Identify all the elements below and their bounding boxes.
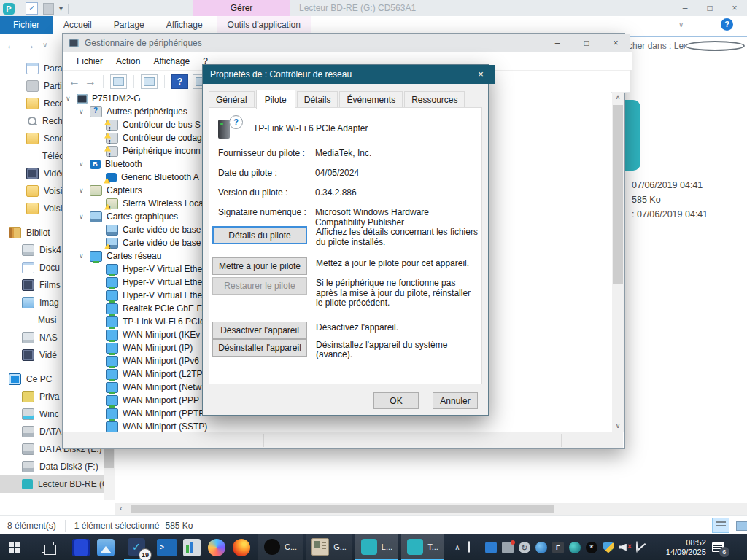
ribbon-collapse-icon[interactable]: ∨ [678, 20, 684, 28]
taskbar-window-button[interactable]: C... [258, 534, 303, 560]
scroll-up-icon[interactable]: ∧ [612, 92, 624, 103]
driver-action-button[interactable]: Désactiver l'appareil [212, 322, 307, 339]
volume-muted-icon[interactable]: × [619, 542, 631, 553]
photos-button[interactable] [93, 534, 118, 560]
location-tray-icon[interactable] [502, 542, 514, 553]
scroll-left-icon[interactable]: ‹ [120, 504, 123, 513]
device-icon [106, 316, 118, 327]
start-button[interactable] [0, 534, 29, 560]
driver-button-description: Désactivez l'appareil. [316, 322, 478, 333]
dialog-tab[interactable]: Général [209, 91, 255, 108]
update-tray-icon[interactable] [535, 542, 547, 553]
dialog-tab[interactable]: Détails [297, 91, 338, 108]
powershell-button[interactable]: >_ [155, 534, 179, 560]
tree-expander-icon[interactable]: ∨ [79, 252, 90, 260]
dm-maximize-button[interactable]: □ [572, 34, 601, 52]
taskbar-window-button[interactable]: T... [401, 534, 444, 560]
sidebar-item[interactable]: Lecteur BD-RE (G: ∨ [0, 499, 115, 500]
scrollbar-thumb[interactable] [613, 105, 623, 284]
search-icon[interactable] [685, 41, 745, 51]
device-icon [106, 356, 118, 367]
driver-action-button[interactable]: Détails du pilote [212, 226, 307, 244]
explorer-help-icon[interactable]: ? [721, 18, 733, 31]
dialog-tab[interactable]: Pilote [256, 90, 295, 109]
resource-monitor-button[interactable] [179, 534, 204, 560]
tray-expand-icon[interactable]: ∧ [452, 542, 463, 553]
tree-expander-icon[interactable]: ∨ [66, 95, 77, 102]
copilot-icon [208, 539, 225, 556]
properties-shortcut-icon[interactable]: ✓ [26, 2, 38, 15]
driver-field-row: Signataire numérique : Microsoft Windows… [218, 205, 473, 228]
todo-button[interactable]: ✓ 19 [124, 534, 149, 560]
driver-action-button[interactable]: Désinstaller l'appareil [212, 339, 307, 357]
sidebar-item[interactable]: Data Disk3 (F:) [0, 458, 115, 475]
media-player-button[interactable] [69, 534, 93, 560]
horizontal-scrollbar[interactable]: ‹ [115, 503, 747, 515]
scroll-down-icon[interactable]: ∨ [612, 421, 624, 432]
back-icon[interactable]: ← [69, 75, 80, 88]
ribbon-tab[interactable]: Outils d'application [217, 16, 311, 34]
sync-tray-icon[interactable]: ↻ [519, 542, 530, 553]
sidebar-item-label: Imag [39, 298, 59, 308]
tree-expander-icon[interactable]: ∨ [79, 187, 90, 194]
taskbar-window-button[interactable]: L... [355, 534, 398, 560]
scrollbar-thumb[interactable] [131, 505, 554, 513]
properties-icon[interactable] [141, 74, 158, 89]
notification-center-button[interactable]: 6 [706, 534, 731, 560]
f-app-tray-icon[interactable]: F [552, 542, 564, 553]
explorer-minimize-button[interactable]: – [673, 0, 697, 16]
menu-item[interactable]: Affichage [147, 56, 196, 66]
ribbon-manage-tab[interactable]: Gérer [193, 0, 290, 16]
network-offline-icon[interactable] [636, 542, 648, 553]
ribbon-tab[interactable]: Accueil [53, 16, 103, 34]
console-tree-icon[interactable] [110, 74, 127, 89]
task-view-button[interactable] [35, 534, 60, 560]
icons-view-button[interactable] [732, 518, 747, 533]
copilot-button[interactable] [204, 534, 229, 560]
explorer-maximize-button[interactable]: □ [697, 0, 722, 16]
dm-minimize-button[interactable]: – [543, 34, 572, 52]
taskbar-window-button[interactable]: G... [306, 534, 352, 560]
tree-expander-icon[interactable]: ∨ [79, 160, 90, 168]
forward-icon[interactable]: → [85, 75, 96, 88]
windows-security-icon[interactable] [603, 542, 614, 553]
ribbon-tab[interactable]: Affichage [155, 16, 214, 34]
help-icon[interactable]: ? [171, 74, 188, 89]
taskbar-clock[interactable]: 08:52 14/09/2025 [654, 538, 706, 557]
tray-app-icon[interactable] [485, 542, 497, 553]
explorer-close-button[interactable]: × [722, 0, 747, 16]
menu-item[interactable]: Fichier [70, 56, 109, 66]
media-player-icon [72, 539, 90, 556]
ok-button[interactable]: OK [374, 392, 419, 409]
tree-expander-icon[interactable]: ∨ [79, 213, 90, 220]
qat-customize-icon[interactable]: ▾ [59, 4, 63, 12]
dm-close-button[interactable]: × [601, 34, 630, 52]
dialog-tab[interactable]: Événements [339, 91, 403, 108]
sidebar-item-label: Rece [44, 98, 64, 109]
details-view-button[interactable] [712, 518, 729, 533]
driver-button-description: Désinstallez l'appareil du système (avan… [316, 339, 478, 360]
tree-item[interactable]: WAN Miniport (SSTP) [63, 420, 611, 432]
dialog-close-button[interactable]: × [466, 65, 495, 84]
cancel-button[interactable]: Annuler [433, 392, 478, 409]
tree-expander-icon[interactable]: ∨ [79, 108, 90, 115]
forward-icon[interactable]: → [24, 39, 35, 51]
menu-item[interactable]: Action [109, 56, 147, 66]
usb-device-icon[interactable] [468, 542, 480, 553]
sidebar-item[interactable]: Lecteur BD-RE (G [0, 475, 115, 493]
tree-item-label: Périphérique inconn [123, 146, 201, 156]
recent-locations-icon[interactable]: ∨ [42, 41, 47, 49]
network-device-icon: ? [218, 117, 243, 140]
dialog-tab[interactable]: Ressources [404, 91, 465, 108]
firefox-button[interactable] [229, 534, 254, 560]
driver-action-button[interactable]: Mettre à jour le pilote [212, 257, 307, 275]
new-folder-shortcut-icon[interactable] [43, 3, 54, 15]
ribbon-tab[interactable]: Fichier [0, 16, 53, 34]
fan-control-tray-icon[interactable]: * [586, 542, 597, 553]
back-icon[interactable]: ← [6, 39, 17, 51]
search-input[interactable]: cher dans : Lecteur BD-... [624, 36, 747, 55]
driver-action-button[interactable]: Restaurer le pilote [212, 277, 307, 295]
device-tree-scrollbar[interactable]: ∧ ∨ [612, 92, 624, 432]
ribbon-tab[interactable]: Partage [103, 16, 155, 34]
sphere-app-tray-icon[interactable] [569, 542, 581, 553]
